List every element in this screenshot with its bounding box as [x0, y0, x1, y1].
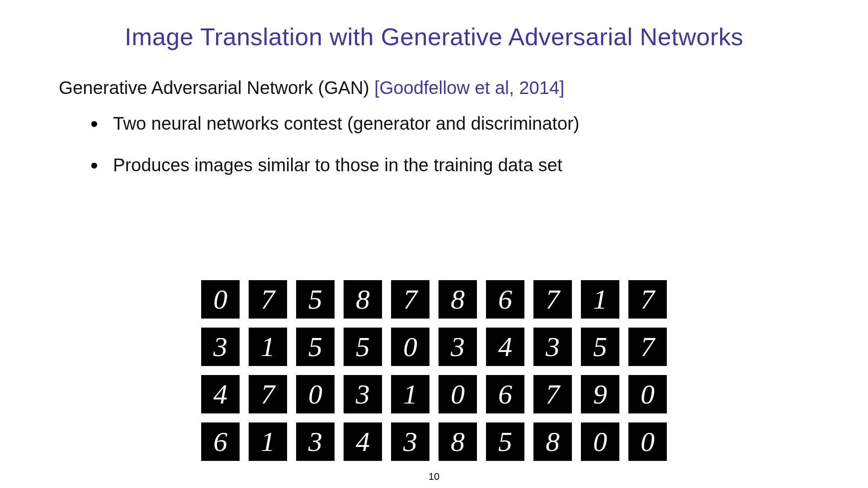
slide-title: Image Translation with Generative Advers… — [0, 0, 868, 51]
digit-cell: 5 — [581, 328, 619, 366]
digit-cell: 0 — [628, 375, 667, 413]
digit-row: 3 1 5 5 0 3 4 3 5 7 — [201, 328, 667, 366]
digit-cell: 4 — [201, 375, 240, 413]
digit-row: 0 7 5 8 7 8 6 7 1 7 — [201, 280, 667, 319]
digit-cell: 1 — [249, 422, 287, 461]
digit-cell: 0 — [581, 422, 619, 461]
slide-body: Generative Adversarial Network (GAN) [Go… — [0, 51, 868, 177]
digit-cell: 7 — [628, 328, 667, 366]
digit-cell: 0 — [439, 375, 477, 413]
digit-cell: 5 — [486, 422, 524, 461]
digit-cell: 3 — [391, 422, 429, 461]
digit-cell: 3 — [296, 422, 335, 461]
digit-cell: 0 — [296, 375, 335, 413]
digit-cell: 8 — [439, 422, 477, 461]
digit-cell: 5 — [296, 280, 335, 319]
digit-row: 6 1 3 4 3 8 5 8 0 0 — [201, 422, 667, 461]
digit-cell: 5 — [344, 328, 382, 366]
intro-citation: [Goodfellow et al, 2014] — [374, 78, 564, 98]
digit-cell: 1 — [391, 375, 429, 413]
digit-cell: 7 — [533, 280, 572, 319]
digit-cell: 4 — [486, 328, 524, 366]
digit-cell: 7 — [249, 280, 287, 319]
digit-cell: 4 — [344, 422, 382, 461]
page-number: 10 — [429, 471, 439, 483]
digit-cell: 3 — [533, 328, 572, 366]
intro-text: Generative Adversarial Network (GAN) — [59, 78, 374, 98]
digit-cell: 6 — [486, 280, 524, 319]
digit-cell: 9 — [581, 375, 619, 413]
digit-cell: 1 — [249, 328, 287, 366]
digit-cell: 5 — [296, 328, 335, 366]
digit-row: 4 7 0 3 1 0 6 7 9 0 — [201, 375, 667, 413]
digit-cell: 7 — [533, 375, 572, 413]
digit-cell: 3 — [439, 328, 477, 366]
digit-cell: 0 — [628, 422, 667, 461]
slide: Image Translation with Generative Advers… — [0, 0, 868, 488]
bullet-item: Produces images similar to those in the … — [90, 153, 809, 177]
digit-cell: 0 — [391, 328, 429, 366]
digit-cell: 6 — [486, 375, 524, 413]
digit-grid: 0 7 5 8 7 8 6 7 1 7 3 1 5 5 0 3 4 3 5 7 … — [201, 280, 667, 461]
digit-cell: 6 — [201, 422, 240, 461]
digit-cell: 7 — [628, 280, 667, 319]
digit-cell: 0 — [201, 280, 240, 319]
digit-cell: 8 — [344, 280, 382, 319]
digit-cell: 7 — [391, 280, 429, 319]
digit-cell: 1 — [581, 280, 619, 319]
digit-cell: 8 — [439, 280, 477, 319]
bullet-item: Two neural networks contest (generator a… — [90, 112, 809, 135]
intro-line: Generative Adversarial Network (GAN) [Go… — [59, 78, 809, 98]
digit-cell: 8 — [533, 422, 572, 461]
digit-cell: 3 — [344, 375, 382, 413]
bullet-list: Two neural networks contest (generator a… — [59, 112, 809, 177]
digit-cell: 7 — [249, 375, 287, 413]
digit-cell: 3 — [201, 328, 240, 366]
